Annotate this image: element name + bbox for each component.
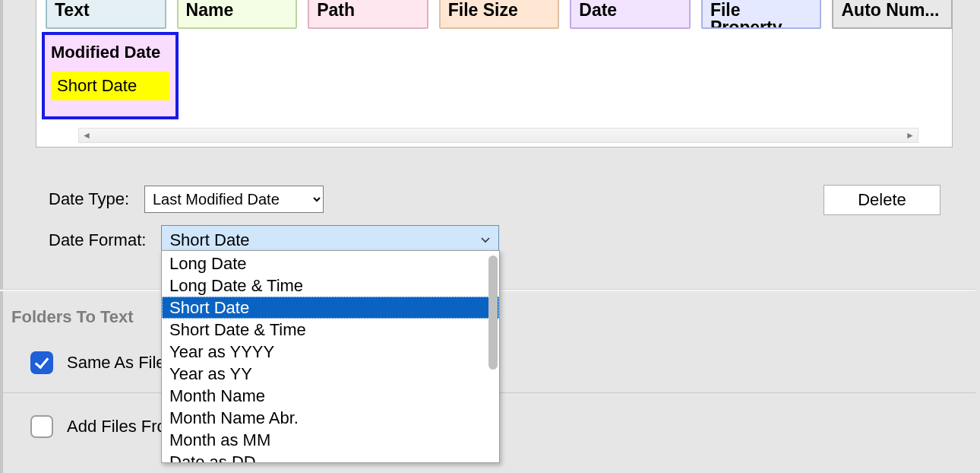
dropdown-scrollbar[interactable] <box>488 256 498 370</box>
date-format-option[interactable]: Month Name <box>162 385 499 407</box>
date-format-option[interactable]: Month as MM <box>162 429 499 451</box>
tab-auto-number[interactable]: Auto Num... <box>832 0 953 29</box>
date-format-option[interactable]: Year as YY <box>162 363 499 385</box>
date-format-label: Date Format: <box>49 230 146 250</box>
delete-button[interactable]: Delete <box>824 185 940 215</box>
date-format-option[interactable]: Date as DD <box>162 451 499 463</box>
date-type-select[interactable]: Last Modified Date <box>144 186 324 213</box>
tab-file-size[interactable]: File Size <box>439 0 560 29</box>
date-format-option[interactable]: Long Date & Time <box>162 275 499 297</box>
date-format-option[interactable]: Year as YYYY <box>162 341 499 363</box>
selected-component-title: Modified Date <box>45 35 175 71</box>
date-format-option[interactable]: Month Name Abr. <box>162 407 499 429</box>
same-as-files-checkbox[interactable] <box>30 351 53 374</box>
selected-component-card[interactable]: Modified Date Short Date <box>42 32 179 119</box>
tab-path[interactable]: Path <box>308 0 428 29</box>
tab-file-property[interactable]: File Property <box>701 0 822 29</box>
panel-left-edge <box>0 0 3 473</box>
date-format-option[interactable]: Short Date <box>162 297 499 319</box>
scroll-right-icon[interactable]: ► <box>906 130 915 141</box>
selected-component-value: Short Date <box>51 71 169 100</box>
same-as-files-label: Same As Files <box>67 353 174 373</box>
tab-name[interactable]: Name <box>177 0 298 29</box>
date-format-dropdown-list[interactable]: Long DateLong Date & TimeShort DateShort… <box>161 250 500 463</box>
date-format-option[interactable]: Long Date <box>162 252 499 275</box>
date-format-option[interactable]: Short Date & Time <box>162 319 499 341</box>
date-type-label: Date Type: <box>49 189 129 209</box>
date-format-value: Short Date <box>162 230 473 250</box>
tab-date[interactable]: Date <box>570 0 691 29</box>
folders-to-text-heading: Folders To Text <box>11 307 134 327</box>
tab-text[interactable]: Text <box>46 0 166 29</box>
horizontal-scrollbar[interactable]: ◄ ► <box>78 128 918 143</box>
add-files-from-checkbox[interactable] <box>30 415 53 438</box>
scroll-left-icon[interactable]: ◄ <box>82 130 91 141</box>
